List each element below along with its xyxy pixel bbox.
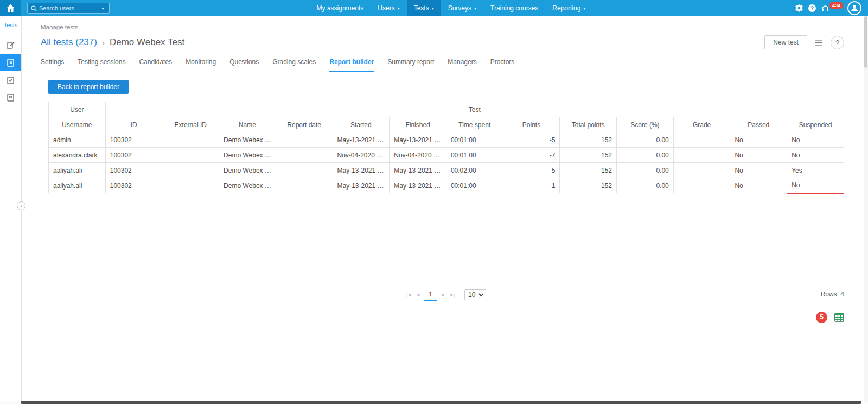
back-to-report-builder-button[interactable]: Back to report builder [48,80,129,94]
tab-managers[interactable]: Managers [448,58,476,72]
person-icon [850,4,859,12]
col-username[interactable]: Username [49,117,106,132]
cell-report-date [276,132,333,148]
col-name[interactable]: Name [219,117,276,132]
search-icon [31,5,37,11]
col-time-spent[interactable]: Time spent [446,117,503,132]
search-input[interactable] [39,5,98,11]
search-dropdown-button[interactable]: ▾ [98,3,107,13]
current-page[interactable]: 1 [424,289,437,301]
list-icon [815,40,822,46]
previous-page-button[interactable]: ◄ [416,292,420,298]
cell-time-spent: 00:01:00 [446,148,503,163]
nav-my-assignments[interactable]: My assignments [310,0,371,16]
last-page-button[interactable]: ►| [450,292,455,298]
tab-questions[interactable]: Questions [229,58,259,72]
cell-suspended: Yes [787,163,844,178]
tab-proctors[interactable]: Proctors [490,58,515,72]
col-external-id[interactable]: External ID [162,117,219,132]
cell-grade [673,163,730,178]
nav-reporting[interactable]: Reporting▾ [545,0,592,16]
tab-settings[interactable]: Settings [41,58,64,72]
cell-points: -5 [503,132,560,148]
cell-passed: No [730,148,787,163]
chevron-down-icon: ▾ [432,6,434,11]
table-row[interactable]: aaliyah.ali 100302 Demo Webex Test May-1… [49,163,844,178]
cell-id: 100302 [105,148,162,163]
archive-box-icon [7,93,15,102]
sidebar-item-manage-tests[interactable] [0,54,21,71]
vertical-scrollbar[interactable] [864,16,868,401]
col-grade[interactable]: Grade [673,117,730,132]
col-finished[interactable]: Finished [390,117,446,132]
page-title: Demo Webex Test [110,37,184,48]
col-score[interactable]: Score (%) [617,117,674,132]
export-count-badge[interactable]: 5 [816,312,827,323]
page-help-button[interactable]: ? [831,36,844,49]
col-id[interactable]: ID [105,117,162,132]
col-passed[interactable]: Passed [730,117,787,132]
next-page-button[interactable]: ► [441,292,445,298]
test-document-icon [7,59,15,67]
nav-training-courses[interactable]: Training courses [483,0,545,16]
all-tests-link[interactable]: All tests (237) [41,37,97,48]
sidebar-item-new-test[interactable] [0,37,21,53]
cell-points: -5 [503,163,560,178]
horizontal-scrollbar-thumb[interactable] [21,401,861,404]
list-view-button[interactable] [812,36,826,49]
sidebar-item-test-categories[interactable] [0,89,21,105]
pagination-bar: |◄ ◄ 1 ► ►| 10 Rows: 4 [48,285,844,304]
nav-surveys[interactable]: Surveys▾ [441,0,483,16]
topbar: ▾ My assignments Users▾ Tests▾ Surveys▾ … [0,0,868,16]
cell-id: 100302 [105,178,162,193]
cell-started: May-13-2021 02:35 ... [333,163,390,178]
first-page-button[interactable]: |◄ [406,292,411,298]
cell-name: Demo Webex Test [219,163,276,178]
cell-report-date [276,178,333,193]
sidebar-expand-button[interactable]: › [17,201,25,210]
new-test-button[interactable]: New test [764,35,807,49]
col-points[interactable]: Points [503,117,560,132]
notification-badge[interactable]: 434 [829,2,843,9]
rows-count-label: Rows: 4 [821,291,844,298]
cell-total-points: 152 [560,178,617,193]
col-suspended[interactable]: Suspended [787,117,844,132]
col-total-points[interactable]: Total points [560,117,617,132]
tab-candidates[interactable]: Candidates [139,58,172,72]
cell-report-date [276,148,333,163]
chevron-down-icon: ▾ [474,6,476,11]
user-avatar[interactable] [847,1,861,15]
table-row[interactable]: alexandra.clark 100302 Demo Webex Test N… [49,148,844,163]
tab-report-builder[interactable]: Report builder [329,58,374,72]
tab-summary-report[interactable]: Summary report [387,58,434,72]
svg-text:?: ? [810,5,814,11]
horizontal-scrollbar[interactable] [0,401,868,404]
settings-gear-icon[interactable] [793,2,806,15]
cell-grade [673,132,730,148]
tab-grading-scales[interactable]: Grading scales [272,58,316,72]
home-button[interactable] [0,0,21,16]
cell-external-id [162,132,219,148]
chevron-down-icon: ▾ [101,6,104,11]
cell-report-date [276,163,333,178]
sidebar-item-question-pools[interactable] [0,72,21,88]
tab-testing-sessions[interactable]: Testing sessions [78,58,125,72]
excel-export-icon[interactable] [834,313,844,322]
help-icon[interactable]: ? [806,2,819,15]
nav-tests[interactable]: Tests▾ [407,0,441,16]
cell-total-points: 152 [560,163,617,178]
cell-grade [673,178,730,193]
col-report-date[interactable]: Report date [276,117,333,132]
cell-external-id [162,163,219,178]
tab-monitoring[interactable]: Monitoring [186,58,216,72]
page-size-select[interactable]: 10 [464,289,486,300]
table-row[interactable]: aaliyah.ali 100302 Demo Webex Test May-1… [49,178,844,193]
col-started[interactable]: Started [333,117,390,132]
home-icon [7,4,15,12]
cell-started: Nov-04-2020 03:43 ... [333,148,390,163]
table-row[interactable]: admin 100302 Demo Webex Test May-13-2021… [49,132,844,148]
cell-id: 100302 [105,132,162,148]
vertical-scrollbar-thumb[interactable] [864,16,867,68]
main-nav: My assignments Users▾ Tests▾ Surveys▾ Tr… [310,0,593,16]
nav-users[interactable]: Users▾ [371,0,406,16]
